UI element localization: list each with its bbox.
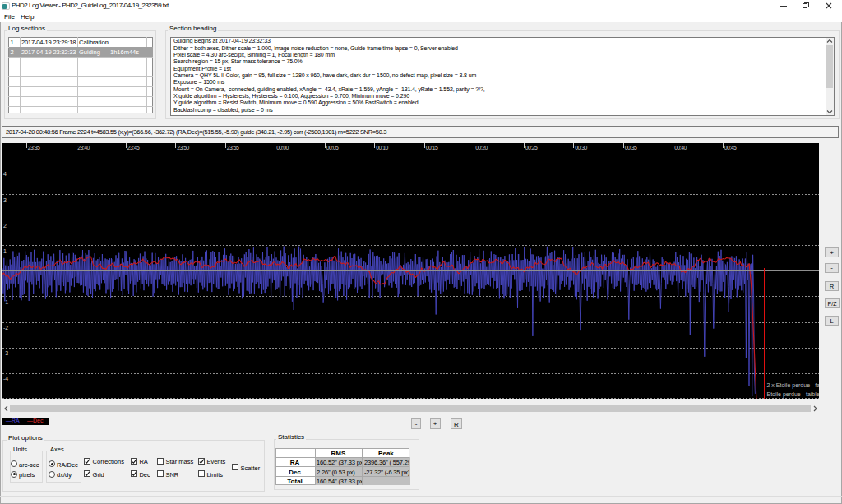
svg-text:23:45: 23:45: [127, 145, 140, 150]
svg-text:3: 3: [3, 197, 7, 202]
svg-text:00:30: 00:30: [575, 145, 587, 150]
svg-text:1: 1: [3, 247, 7, 253]
svg-text:2 x Etoile perdue - faible mas: 2 x Etoile perdue - faible masse d: [767, 382, 820, 389]
svg-text:00:35: 00:35: [625, 145, 637, 150]
svg-text:00:20: 00:20: [475, 145, 488, 150]
svg-text:00:45: 00:45: [724, 145, 737, 150]
svg-text:Etoile perdue - faible masse d: Etoile perdue - faible masse d'et: [767, 391, 820, 398]
svg-text:00:05: 00:05: [326, 145, 339, 150]
svg-text:4: 4: [3, 171, 7, 177]
svg-text:00:10: 00:10: [376, 145, 388, 150]
svg-text:00:40: 00:40: [674, 145, 687, 150]
svg-text:-3: -3: [3, 350, 8, 356]
svg-text:23:35: 23:35: [28, 145, 40, 150]
svg-text:-1: -1: [3, 298, 8, 304]
svg-text:-4: -4: [3, 376, 8, 381]
svg-text:00:00: 00:00: [276, 145, 289, 150]
svg-text:-2: -2: [3, 325, 8, 331]
svg-text:00:25: 00:25: [525, 145, 538, 150]
svg-text:2: 2: [3, 222, 7, 228]
svg-text:23:55: 23:55: [227, 145, 239, 150]
svg-text:23:40: 23:40: [77, 145, 90, 150]
svg-text:00:15: 00:15: [426, 145, 438, 150]
svg-text:23:50: 23:50: [177, 145, 189, 150]
